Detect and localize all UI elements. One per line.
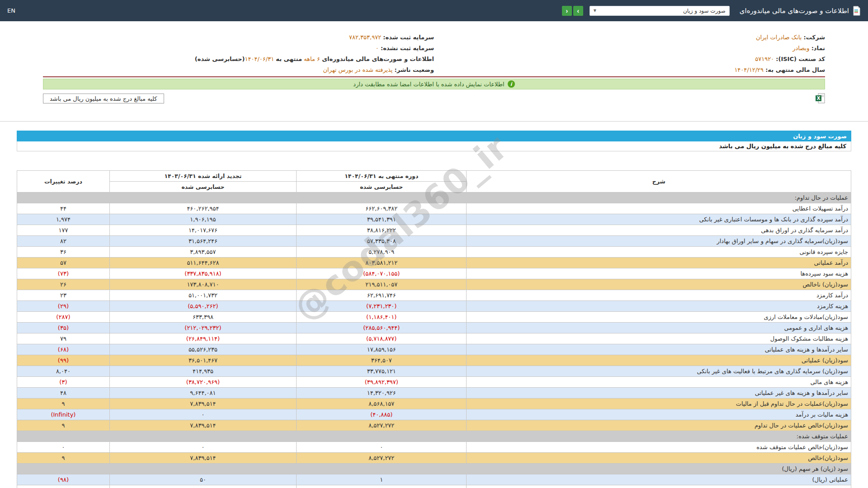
next-period-button[interactable]: › bbox=[573, 6, 583, 16]
prior-period-value: ۴۱۴,۹۳۵ bbox=[109, 366, 296, 377]
info-row: نماد: وبصادر bbox=[434, 43, 825, 54]
percent-change-value: ۵۷ bbox=[17, 258, 110, 268]
row-label: سود(زیان)مبادلات و معاملات ارزی bbox=[467, 312, 851, 323]
prior-period-value: ۴۶۰,۲۶۲,۹۵۴ bbox=[109, 203, 296, 214]
svg-text:X: X bbox=[817, 96, 821, 101]
table-row: عملیاتی (ریال)۱۵۰(۹۸) bbox=[17, 474, 851, 485]
current-period-value: (۵,۷۱۸,۸۷۷) bbox=[297, 333, 467, 344]
column-header-prior-period: تجدید ارائه شده ۱۴۰۳/۰۶/۳۱ bbox=[109, 171, 296, 182]
column-subheader-audited: حسابرسی شده bbox=[297, 182, 467, 192]
row-label: درآمد سپرده گذاری در بانک ها و موسسات اع… bbox=[467, 214, 851, 225]
row-label: سود(زیان) ناخالص bbox=[467, 279, 851, 290]
row-label: هزینه های مالی bbox=[467, 377, 851, 388]
table-row: درآمد تسهیلات اعطایی۶۶۲,۶۰۹,۳۸۲۴۶۰,۲۶۲,۹… bbox=[17, 203, 851, 214]
percent-change-value: ۸,۰۴۰ bbox=[17, 366, 110, 377]
table-row: غیر عملیاتی (ریال)۱۰(۳۹)۱۲۶ bbox=[17, 485, 851, 488]
info-value: ۰ bbox=[376, 45, 379, 52]
current-period-value: ۲۱۹,۵۱۱,۰۵۷ bbox=[297, 279, 467, 290]
percent-change-value: ۴۴ bbox=[17, 203, 110, 214]
row-label: سود(زیان)سرمایه گذاری در سهام و سایر اور… bbox=[467, 236, 851, 247]
column-subheader-audited: حسابرسی شده bbox=[109, 182, 296, 192]
prev-period-button[interactable]: ‹ bbox=[562, 6, 572, 16]
table-row: سود(زیان)سرمایه گذاری در سهام و سایر اور… bbox=[17, 236, 851, 247]
prior-period-value: ۳۶,۵۰۱,۴۶۷ bbox=[109, 355, 296, 366]
percent-change-value: (۹۹) bbox=[17, 355, 110, 366]
current-period-value: ۳۳,۷۷۵,۱۲۱ bbox=[297, 366, 467, 377]
prior-period-value: ۰ bbox=[109, 409, 296, 420]
percent-change-value: ۱۷۷ bbox=[17, 225, 110, 236]
report-document-icon[interactable] bbox=[853, 6, 861, 16]
info-row: سال مالی منتهی به: ۱۴۰۴/۱۲/۲۹ bbox=[434, 65, 825, 75]
units-row: X کلیه مبالغ درج شده به میلیون ریال می ب… bbox=[43, 93, 825, 103]
current-period-value: ۸۰۳,۵۸۱,۲۱۲ bbox=[297, 258, 467, 268]
row-label: سود(زیان) عملیاتی bbox=[467, 355, 851, 366]
row-label: غیر عملیاتی (ریال) bbox=[467, 485, 851, 488]
table-row: سود(زیان) عملیاتی۳۶۴,۵۰۷۳۶,۵۰۱,۴۶۷(۹۹) bbox=[17, 355, 851, 366]
info-label: (حسابرسی شده) bbox=[195, 56, 245, 62]
info-value: ۱۴۰۴/۱۲/۲۹ bbox=[734, 66, 764, 73]
statement-units-line: کلیه مبالغ درج شده به میلیون ریال می باش… bbox=[17, 141, 851, 151]
section-header-row: سود (زیان) هر سهم (ریال) bbox=[17, 464, 851, 474]
excel-export-icon[interactable]: X bbox=[816, 93, 825, 103]
current-period-value: ۵۷,۳۳۵,۳۰۸ bbox=[297, 236, 467, 247]
info-value: بانک صادرات ایران bbox=[756, 34, 802, 41]
percent-change-value: (۲۹) bbox=[17, 301, 110, 312]
current-period-value: ۸,۵۶۸,۱۵۷ bbox=[297, 399, 467, 409]
section-header-label: عملیات در حال تداوم: bbox=[17, 192, 851, 203]
current-period-value: ۰ bbox=[297, 442, 467, 453]
row-label: سود(زیان)عملیات در حال تداوم قبل از مالی… bbox=[467, 399, 851, 409]
row-label: درآمد سرمایه گذاری در اوراق بدهی bbox=[467, 225, 851, 236]
language-link[interactable]: EN bbox=[7, 7, 15, 14]
row-label: سایر درآمدها و هزینه های عملیاتی bbox=[467, 344, 851, 355]
prior-period-value: (۳۳۷,۸۳۵,۹۱۸) bbox=[109, 268, 296, 279]
row-label: عملیاتی (ریال) bbox=[467, 474, 851, 485]
column-header-description: شرح bbox=[467, 171, 851, 192]
prior-period-value: ۷,۸۳۹,۵۱۴ bbox=[109, 453, 296, 464]
info-value: ۱۴۰۴/۰۶/۳۱ bbox=[245, 56, 274, 62]
prior-period-value: (۳۹) bbox=[109, 485, 296, 488]
percent-change-value: ۹ bbox=[17, 420, 110, 431]
info-label: اطلاعات و صورت‌های مالی میاندوره‌ای bbox=[322, 56, 434, 62]
table-row: سود(زیان)مبادلات و معاملات ارزی(۱,۱۸۶,۴۰… bbox=[17, 312, 851, 323]
company-info-left: سرمایه ثبت شده: ۷۸۲,۳۵۳,۹۷۲سرمایه ثبت نش… bbox=[43, 32, 434, 75]
current-period-value: ۱۰ bbox=[297, 485, 467, 488]
info-value: ۶ ماهه bbox=[304, 56, 320, 62]
info-label: شرکت: bbox=[804, 34, 825, 41]
info-label: سرمایه ثبت شده: bbox=[383, 34, 434, 41]
table-row: سود(زیان)عملیات در حال تداوم قبل از مالی… bbox=[17, 399, 851, 409]
current-period-value: ۵,۲۷۸,۹۰۹ bbox=[297, 247, 467, 258]
info-value: ۷۸۲,۳۵۳,۹۷۲ bbox=[349, 34, 381, 41]
units-note-box: کلیه مبالغ درج شده به میلیون ریال می باش… bbox=[43, 94, 164, 103]
info-label: نماد: bbox=[811, 45, 825, 52]
signed-data-notice-text: اطلاعات نمایش داده شده با اطلاعات امضا ش… bbox=[353, 81, 504, 88]
table-row: هزینه های اداری و عمومی(۲۸۵,۵۶۰,۹۴۴)(۲۱۲… bbox=[17, 323, 851, 333]
prior-period-value: ۷,۸۳۹,۵۱۴ bbox=[109, 399, 296, 409]
page-title: اطلاعات و صورت‌های مالی میاندوره‌ای bbox=[740, 7, 849, 15]
table-row: درآمد عملیاتی۸۰۳,۵۸۱,۲۱۲۵۱۱,۶۴۴,۶۲۸۵۷ bbox=[17, 258, 851, 268]
info-row: شرکت: بانک صادرات ایران bbox=[434, 32, 825, 43]
current-period-value: ۳۸,۸۱۶,۲۲۲ bbox=[297, 225, 467, 236]
table-row: سود(زیان) ناخالص۲۱۹,۵۱۱,۰۵۷۱۷۳,۸۰۸,۷۱۰۲۶ bbox=[17, 279, 851, 290]
table-row: هزینه کارمزد(۷,۲۳۱,۲۳۰)(۵,۵۹۰,۲۶۲)(۲۹) bbox=[17, 301, 851, 312]
table-row: سایر درآمدها و هزینه های عملیاتی۱۷,۸۵۹,۱… bbox=[17, 344, 851, 355]
prior-period-value: ۳,۸۹۳,۵۵۷ bbox=[109, 247, 296, 258]
row-label: درآمد تسهیلات اعطایی bbox=[467, 203, 851, 214]
prior-period-value: ۵۵,۵۲۶,۲۳۵ bbox=[109, 344, 296, 355]
percent-change-value: (۳۵) bbox=[17, 323, 110, 333]
row-label: هزینه مطالبات مشکوک الوصول bbox=[467, 333, 851, 344]
row-label: سود(زیان)خالص عملیات در حال تداوم bbox=[467, 420, 851, 431]
row-label: هزینه سود سپرده‌ها bbox=[467, 268, 851, 279]
period-navigation: › ‹ bbox=[562, 6, 583, 16]
current-period-value: (۵۸۴,۰۷۰,۱۵۵) bbox=[297, 268, 467, 279]
percent-change-value: (۳) bbox=[17, 377, 110, 388]
prior-period-value: (۵,۵۹۰,۲۶۲) bbox=[109, 301, 296, 312]
statement-type-select[interactable]: صورت سود و زیان ▼ bbox=[590, 6, 730, 16]
current-period-value: ۱۴,۳۲۰,۹۲۶ bbox=[297, 388, 467, 399]
current-period-value: ۳۶۴,۵۰۷ bbox=[297, 355, 467, 366]
table-row: هزینه سود سپرده‌ها(۵۸۴,۰۷۰,۱۵۵)(۳۳۷,۸۳۵,… bbox=[17, 268, 851, 279]
table-row: سود(زیان) سرمایه گذاری های مرتبط با فعال… bbox=[17, 366, 851, 377]
statement-table-header: شرح دوره منتهی به ۱۴۰۴/۰۶/۳۱ تجدید ارائه… bbox=[17, 171, 851, 192]
percent-change-value: (۲۸۷) bbox=[17, 312, 110, 323]
current-period-value: (۳۹,۸۹۲,۳۹۷) bbox=[297, 377, 467, 388]
prior-period-value: (۲۶,۸۴۹,۱۱۴) bbox=[109, 333, 296, 344]
